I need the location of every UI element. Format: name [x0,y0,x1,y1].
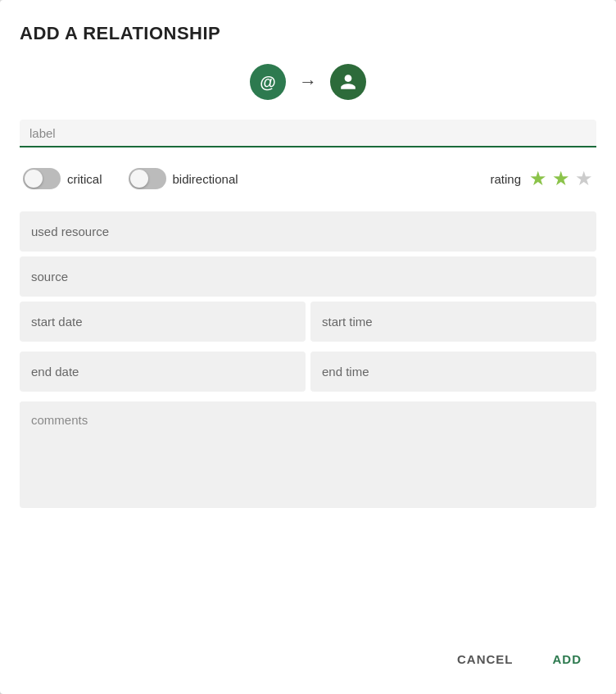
end-date-placeholder: end date [31,365,79,379]
critical-toggle-item: critical [23,168,102,189]
bidirectional-label: bidirectional [173,172,238,186]
label-input[interactable] [29,126,587,140]
bidirectional-toggle-item: bidirectional [129,168,238,189]
target-icon [330,64,366,100]
dialog-title: ADD A RELATIONSHIP [20,23,596,44]
start-date-field[interactable]: start date [20,302,306,342]
add-relationship-dialog: ADD A RELATIONSHIP @ → critical [0,0,616,694]
actions-row: CANCEL ADD [20,631,596,674]
add-button[interactable]: ADD [538,644,597,674]
start-time-placeholder: start time [322,315,373,329]
start-date-placeholder: start date [31,315,83,329]
star-1[interactable]: ★ [529,167,547,190]
source-field[interactable]: source [20,256,596,297]
used-resource-field[interactable]: used resource [20,211,596,252]
arrow-icon: → [299,71,317,93]
start-time-field[interactable]: start time [310,302,596,342]
label-input-wrapper[interactable] [20,120,596,147]
end-time-placeholder: end time [322,365,369,379]
critical-label: critical [67,172,102,186]
bidirectional-toggle[interactable] [129,168,166,189]
end-time-field[interactable]: end time [310,352,596,392]
star-3[interactable]: ★ [575,167,593,190]
comments-wrapper[interactable] [20,401,596,508]
date-time-grid: start date start time end date end time [20,302,596,397]
source-icon: @ [250,64,286,100]
rating-group: rating ★ ★ ★ [490,167,593,190]
used-resource-placeholder: used resource [31,225,109,238]
star-2[interactable]: ★ [552,167,570,190]
source-placeholder: source [31,270,68,283]
cancel-button[interactable]: CANCEL [442,644,528,674]
comments-field[interactable] [20,401,596,500]
end-date-field[interactable]: end date [20,352,306,392]
rating-label: rating [490,172,521,186]
critical-toggle[interactable] [23,168,61,189]
toggles-row: critical bidirectional rating ★ ★ ★ [20,162,596,195]
relationship-icon-row: @ → [20,64,596,100]
